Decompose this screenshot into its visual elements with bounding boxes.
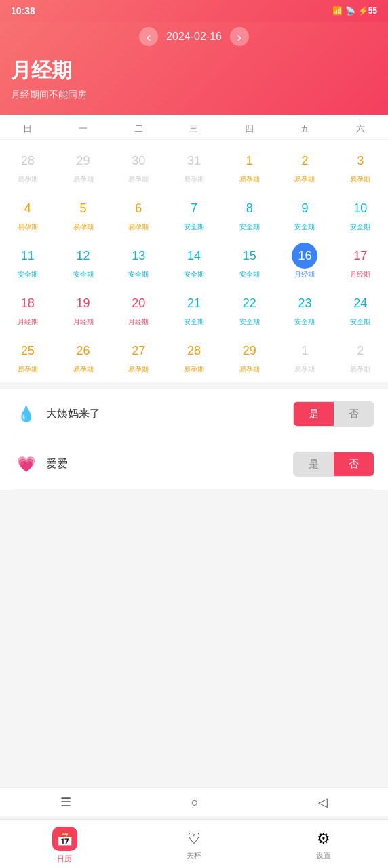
nav-item-calendar[interactable]: 📅日历 [44,827,85,864]
toggle-btn-love-否[interactable]: 否 [334,452,374,476]
calendar-day-15[interactable]: 15安全期 [222,237,277,285]
nav-label-calendar: 日历 [57,854,72,864]
calendar-day-19[interactable]: 19月经期 [56,285,111,332]
calendar-day-23[interactable]: 23安全期 [277,285,333,332]
system-nav-bar: ☰ ○ ◁ [0,787,388,816]
calendar-day-24[interactable]: 24安全期 [332,285,388,332]
nav-item-settings[interactable]: ⚙设置 [303,830,344,861]
weekday-thu: 四 [222,123,277,135]
calendar-day-26[interactable]: 26易孕期 [56,332,111,380]
calendar-day-22[interactable]: 22安全期 [222,285,277,332]
calendar-day-2[interactable]: 2易孕期 [332,332,388,380]
battery-level: ⚡55 [358,6,377,16]
current-date: 2024-02-16 [166,31,222,43]
header: ‹ 2024-02-16 › 月经期 月经期间不能同房 [0,22,388,115]
calendar-day-18[interactable]: 18月经期 [0,285,56,332]
calendar-day-10[interactable]: 10安全期 [332,190,388,237]
weekday-wed: 三 [166,123,222,135]
weekday-sat: 六 [332,123,388,135]
calendar-day-28[interactable]: 28易孕期 [0,142,56,190]
calendar-day-29[interactable]: 29易孕期 [222,332,277,380]
info-section: 💧大姨妈来了是否💗爱爱是否 [0,389,388,490]
calendar-day-8[interactable]: 8安全期 [222,190,277,237]
calendar-day-14[interactable]: 14安全期 [166,237,222,285]
toggle-btn-love-是[interactable]: 是 [294,452,334,476]
prev-month-button[interactable]: ‹ [139,27,158,46]
info-icon-love: 💗 [14,452,38,477]
info-icon-period: 💧 [14,402,38,427]
wifi-icon: 📡 [345,6,355,16]
system-back-button[interactable]: ◁ [318,795,328,810]
weekday-tue: 二 [111,123,166,135]
calendar-day-9[interactable]: 9安全期 [277,190,333,237]
nav-label-settings: 设置 [316,850,331,861]
calendar-section: 日 一 二 三 四 五 六 28易孕期29易孕期30易孕期31易孕期1易孕期2易… [0,115,388,382]
calendar-day-27[interactable]: 27易孕期 [111,332,166,380]
status-icons: 📶 📡 ⚡55 [332,6,377,16]
calendar-day-13[interactable]: 13安全期 [111,237,166,285]
calendar-day-1[interactable]: 1易孕期 [277,332,333,380]
date-navigation: ‹ 2024-02-16 › [11,22,377,57]
calendar-day-17[interactable]: 17月经期 [332,237,388,285]
toggle-group-love: 是否 [293,452,374,477]
nav-icon-calendar: 📅 [52,827,77,851]
info-row-love: 💗爱爱是否 [14,439,374,490]
info-left-period: 💧大姨妈来了 [14,402,100,427]
nav-label-relation: 关杯 [187,850,201,861]
calendar-day-5[interactable]: 5易孕期 [56,190,111,237]
toggle-btn-period-是[interactable]: 是 [294,402,334,426]
info-label-love: 爱爱 [46,457,68,471]
calendar-day-30[interactable]: 30易孕期 [111,142,166,190]
calendar-grid: 28易孕期29易孕期30易孕期31易孕期1易孕期2易孕期3易孕期4易孕期5易孕期… [0,140,388,382]
calendar-day-7[interactable]: 7安全期 [166,190,222,237]
header-title: 月经期 [11,57,377,85]
nav-icon-settings: ⚙ [317,830,330,848]
calendar-day-31[interactable]: 31易孕期 [166,142,222,190]
calendar-day-20[interactable]: 20月经期 [111,285,166,332]
system-home-button[interactable]: ○ [191,795,199,810]
calendar-day-21[interactable]: 21安全期 [166,285,222,332]
toggle-group-period: 是否 [293,401,374,427]
calendar-day-12[interactable]: 12安全期 [56,237,111,285]
header-subtitle: 月经期间不能同房 [11,89,377,101]
calendar-day-4[interactable]: 4易孕期 [0,190,56,237]
calendar-day-6[interactable]: 6易孕期 [111,190,166,237]
calendar-day-16[interactable]: 16月经期 [277,237,333,285]
weekday-header: 日 一 二 三 四 五 六 [0,115,388,140]
calendar-day-1[interactable]: 1易孕期 [222,142,277,190]
weekday-sun: 日 [0,123,56,135]
weekday-mon: 一 [56,123,111,135]
toggle-btn-period-否[interactable]: 否 [334,402,374,426]
info-label-period: 大姨妈来了 [46,407,100,421]
nav-item-relation[interactable]: ♡关杯 [174,830,214,861]
battery-icon: 📶 [332,6,343,16]
calendar-day-3[interactable]: 3易孕期 [332,142,388,190]
next-month-button[interactable]: › [230,27,249,46]
info-left-love: 💗爱爱 [14,452,68,477]
info-row-period: 💧大姨妈来了是否 [14,389,374,439]
calendar-day-25[interactable]: 25易孕期 [0,332,56,380]
status-bar: 10:38 📶 📡 ⚡55 [0,0,388,22]
calendar-day-2[interactable]: 2易孕期 [277,142,333,190]
calendar-day-11[interactable]: 11安全期 [0,237,56,285]
nav-icon-relation: ♡ [187,830,201,848]
calendar-day-29[interactable]: 29易孕期 [56,142,111,190]
status-time: 10:38 [11,5,35,16]
system-menu-button[interactable]: ☰ [60,795,71,810]
bottom-navigation: 📅日历♡关杯⚙设置 [0,819,388,868]
weekday-fri: 五 [277,123,333,135]
calendar-day-28[interactable]: 28易孕期 [166,332,222,380]
